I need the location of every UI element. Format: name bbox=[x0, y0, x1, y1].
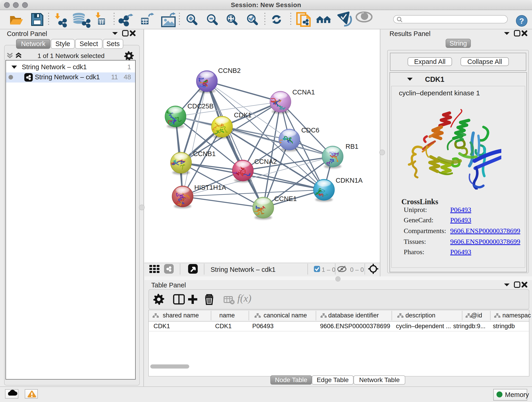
svg-text:CDC6: CDC6 bbox=[301, 127, 319, 134]
svg-text:CCNB2: CCNB2 bbox=[218, 67, 241, 74]
svg-text:CCNE1: CCNE1 bbox=[274, 195, 297, 202]
svg-text:CCNA2: CCNA2 bbox=[254, 158, 277, 165]
svg-text:CCNA1: CCNA1 bbox=[292, 89, 315, 96]
svg-text:CDK1: CDK1 bbox=[234, 111, 252, 119]
svg-text:CDKN1A: CDKN1A bbox=[336, 177, 363, 184]
svg-text:CCNB1: CCNB1 bbox=[193, 150, 215, 157]
svg-text:CDC25B: CDC25B bbox=[187, 102, 214, 110]
svg-text:HIST1H1A: HIST1H1A bbox=[194, 184, 226, 191]
svg-text:RB1: RB1 bbox=[346, 143, 358, 150]
